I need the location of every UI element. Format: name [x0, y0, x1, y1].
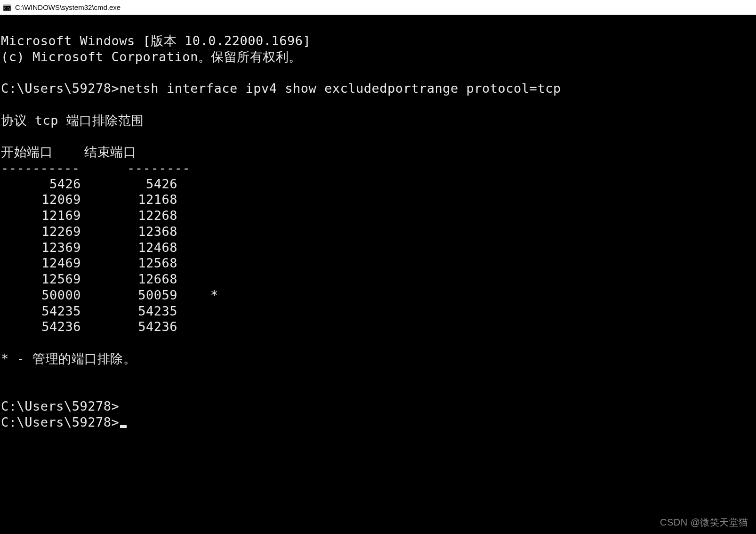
terminal-output[interactable]: Microsoft Windows [版本 10.0.22000.1696] (…: [0, 15, 756, 534]
footnote: * - 管理的端口排除。: [1, 351, 136, 366]
port-end: 12568: [81, 255, 177, 271]
port-start: 12269: [1, 224, 81, 240]
title-bar[interactable]: C:\ C:\WINDOWS\system32\cmd.exe: [0, 0, 756, 15]
port-end: 5426: [81, 176, 177, 192]
port-start: 54235: [1, 303, 81, 319]
port-start: 50000: [1, 287, 81, 303]
prompt: C:\Users\59278>: [1, 415, 119, 429]
column-header-end: 结束端口: [84, 145, 136, 159]
copyright-line: (c) Microsoft Corporation。保留所有权利。: [1, 49, 302, 64]
port-start: 5426: [1, 176, 81, 192]
port-end: 12268: [81, 208, 177, 224]
port-end: 54235: [81, 303, 177, 319]
port-end: 50059: [81, 287, 177, 303]
svg-text:C:\: C:\: [4, 7, 10, 10]
prompt: C:\Users\59278>: [1, 399, 119, 413]
port-end: 12468: [81, 240, 177, 256]
port-start: 12369: [1, 240, 81, 256]
column-header-start: 开始端口: [1, 145, 53, 159]
cmd-window: C:\ C:\WINDOWS\system32\cmd.exe Microsof…: [0, 0, 756, 534]
port-start: 54236: [1, 319, 81, 335]
watermark: CSDN @微笑天堂猫: [660, 517, 748, 528]
cursor: [120, 425, 127, 428]
divider: --------: [127, 161, 190, 175]
port-start: 12569: [1, 271, 81, 287]
svg-rect-1: [3, 4, 11, 6]
prompt: C:\Users\59278>: [1, 81, 119, 96]
command-text: netsh interface ipv4 show excludedportra…: [119, 81, 561, 96]
port-range-rows: 54265426 1206912168 1216912268 122691236…: [1, 176, 755, 335]
port-end: 54236: [81, 319, 177, 335]
port-end: 12368: [81, 224, 177, 240]
port-start: 12469: [1, 255, 81, 271]
divider: ----------: [1, 161, 80, 175]
port-start: 12169: [1, 208, 81, 224]
port-end: 12668: [81, 271, 177, 287]
os-version-line: Microsoft Windows [版本 10.0.22000.1696]: [1, 33, 311, 48]
window-title: C:\WINDOWS\system32\cmd.exe: [15, 3, 121, 11]
port-end: 12168: [81, 192, 177, 208]
cmd-icon: C:\: [3, 3, 11, 12]
port-mark: *: [177, 287, 227, 303]
section-title: 协议 tcp 端口排除范围: [1, 113, 144, 128]
port-start: 12069: [1, 192, 81, 208]
